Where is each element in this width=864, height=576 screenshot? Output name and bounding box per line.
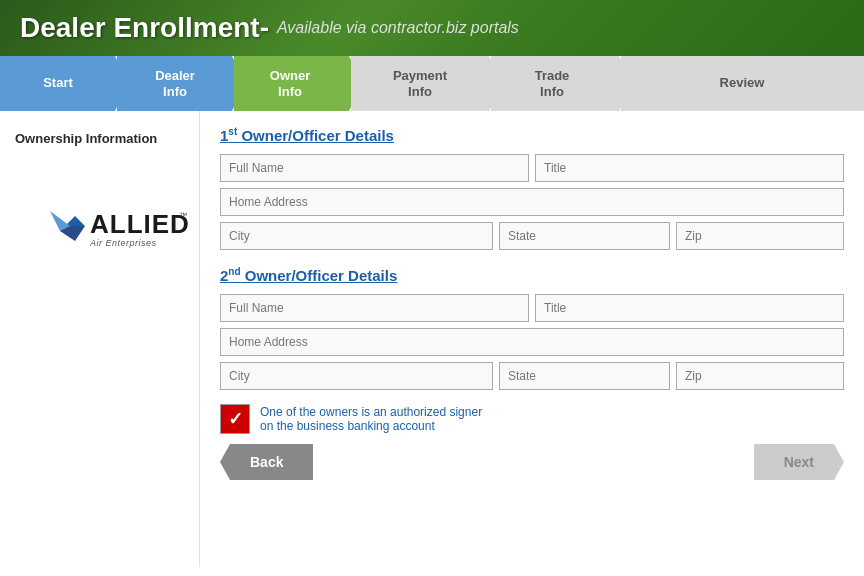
owner1-section-title: 1st Owner/Officer Details [220,126,844,144]
owner1-title-sup: st [228,126,237,137]
owner2-zip-input[interactable] [676,362,844,390]
owner1-city-input[interactable] [220,222,493,250]
owner1-fullname-input[interactable] [220,154,529,182]
checkbox-wrapper[interactable]: ✓ [220,404,250,434]
steps-navigation: Start Dealer Info Owner Info Payment Inf… [0,56,864,111]
allied-logo: ALLIED Air Enterprises ™ [5,196,195,271]
action-buttons: Back Next [220,444,844,480]
checkbox-label: One of the owners is an authorized signe… [260,405,482,433]
owner1-title-input[interactable] [535,154,844,182]
owner2-state-input[interactable] [499,362,670,390]
svg-text:™: ™ [179,211,187,220]
authorized-signer-checkbox-area: ✓ One of the owners is an authorized sig… [220,404,844,434]
step-trade-label2[interactable]: Info [540,84,564,99]
owner2-address-input[interactable] [220,328,844,356]
owner2-title-suffix: Owner/Officer Details [241,267,398,284]
svg-text:Air Enterprises: Air Enterprises [89,238,157,248]
page-subtitle: Available via contractor.biz portals [277,19,519,37]
owner2-title-sup: nd [228,266,240,277]
logo-svg: ALLIED Air Enterprises ™ [5,196,195,271]
owner2-section-title: 2nd Owner/Officer Details [220,266,844,284]
step-dealer-label2[interactable]: Info [163,84,187,99]
step-owner-label2[interactable]: Info [278,84,302,99]
next-button[interactable]: Next [754,444,844,480]
sidebar-label: Ownership Information [15,131,157,146]
owner1-address-row [220,188,844,216]
sidebar: Ownership Information ALLIED Air Enterpr… [0,111,200,567]
checkmark-icon: ✓ [228,408,243,430]
step-review-label[interactable]: Review [720,75,766,90]
owner1-title-suffix: Owner/Officer Details [237,127,394,144]
step-payment-label2[interactable]: Info [408,84,432,99]
step-dealer-label1[interactable]: Dealer [155,68,195,83]
owner2-title-input[interactable] [535,294,844,322]
owner1-name-row [220,154,844,182]
main-content: Ownership Information ALLIED Air Enterpr… [0,111,864,567]
page-header: Dealer Enrollment- Available via contrac… [0,0,864,56]
page-title: Dealer Enrollment- [20,12,269,44]
owner2-name-row [220,294,844,322]
owner1-state-input[interactable] [499,222,670,250]
step-payment-label1[interactable]: Payment [393,68,448,83]
owner2-city-input[interactable] [220,362,493,390]
step-start-label[interactable]: Start [43,75,73,90]
owner2-city-state-zip-row [220,362,844,390]
owner1-zip-input[interactable] [676,222,844,250]
steps-svg: Start Dealer Info Owner Info Payment Inf… [0,56,864,111]
svg-text:ALLIED: ALLIED [90,209,190,239]
back-button[interactable]: Back [220,444,313,480]
owner1-city-state-zip-row [220,222,844,250]
owner1-address-input[interactable] [220,188,844,216]
owner2-fullname-input[interactable] [220,294,529,322]
step-owner-label1[interactable]: Owner [270,68,310,83]
step-trade-label1[interactable]: Trade [535,68,570,83]
form-area: 1st Owner/Officer Details 2nd Owner/Offi… [200,111,864,567]
owner2-address-row [220,328,844,356]
